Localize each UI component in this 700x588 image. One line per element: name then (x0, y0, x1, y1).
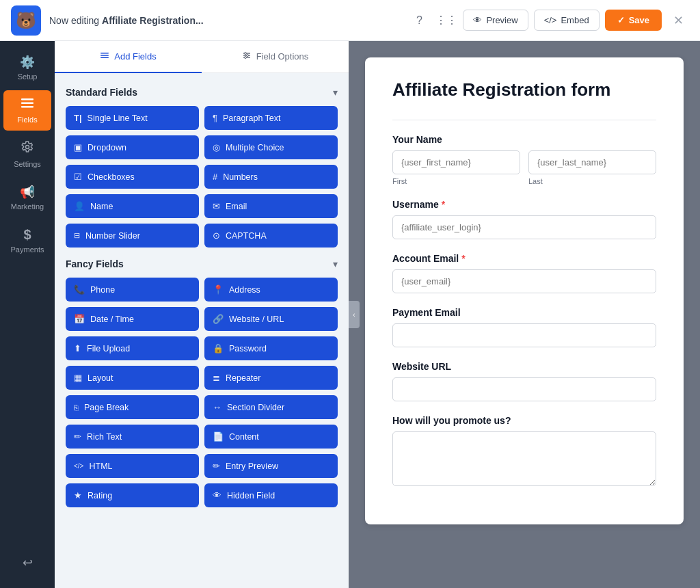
single-line-text-icon: T| (74, 113, 82, 123)
field-btn-repeater[interactable]: ≣ Repeater (204, 366, 338, 390)
how-promote-textarea[interactable] (392, 431, 656, 486)
field-btn-single-line-text[interactable]: T| Single Line Text (66, 106, 199, 130)
app-logo: 🐻 (11, 5, 41, 36)
last-name-input[interactable] (528, 150, 656, 174)
field-btn-phone[interactable]: 📞 Phone (66, 278, 199, 302)
panel-tabs: Add Fields Field Options (55, 41, 349, 73)
settings-icon (21, 140, 34, 157)
svg-rect-5 (100, 55, 109, 56)
field-btn-entry-preview[interactable]: ✏ Entry Preview (204, 454, 338, 478)
field-btn-content[interactable]: 📄 Content (204, 425, 338, 449)
sidebar-item-marketing[interactable]: 📢 Marketing (3, 178, 51, 217)
svg-rect-4 (100, 53, 109, 54)
layout-icon: ▦ (74, 373, 82, 383)
required-indicator: * (442, 199, 445, 210)
sidebar-item-setup[interactable]: ⚙️ Setup (3, 48, 51, 88)
eye-icon: 👁 (473, 15, 482, 25)
embed-button[interactable]: </> Embed (534, 10, 600, 31)
website-url-input[interactable] (392, 377, 656, 401)
field-btn-multiple-choice[interactable]: ◎ Multiple Choice (204, 135, 338, 159)
svg-rect-0 (21, 98, 33, 101)
field-btn-rich-text[interactable]: ✏ Rich Text (66, 425, 199, 449)
field-btn-hidden-field[interactable]: 👁 Hidden Field (204, 483, 338, 507)
topbar: 🐻 Now editing Affiliate Registration... … (0, 0, 700, 41)
repeater-icon: ≣ (213, 373, 220, 383)
field-btn-html[interactable]: </> HTML (66, 454, 199, 478)
content-icon: 📄 (213, 431, 224, 442)
form-area[interactable]: ‹ Affiliate Registration form Your Name … (349, 41, 700, 588)
fields-icon (21, 97, 34, 113)
fancy-fields-toggle[interactable]: ▾ (333, 258, 338, 269)
fields-scroll[interactable]: Standard Fields ▾ T| Single Line Text ¶ … (55, 73, 349, 588)
field-btn-email[interactable]: ✉ Email (204, 194, 338, 218)
number-slider-icon: ⊟ (74, 231, 80, 240)
sidebar-item-fields[interactable]: Fields (3, 90, 51, 131)
rating-icon: ★ (74, 490, 82, 500)
username-input[interactable] (392, 215, 656, 239)
marketing-icon: 📢 (20, 185, 35, 200)
multiple-choice-icon: ◎ (213, 142, 220, 152)
grid-button[interactable]: ⋮⋮ (435, 10, 457, 31)
close-button[interactable]: ✕ (667, 10, 689, 31)
required-indicator: * (461, 253, 465, 264)
editing-title: Now editing Affiliate Registration... (49, 15, 400, 26)
sidebar-item-label: Setup (18, 72, 38, 81)
field-btn-name[interactable]: 👤 Name (66, 194, 199, 218)
account-email-input[interactable] (392, 269, 656, 293)
save-button[interactable]: ✓ Save (605, 10, 662, 31)
field-label: Content (229, 432, 259, 442)
dropdown-icon: ▣ (74, 142, 82, 152)
fields-panel: Add Fields Field Options (55, 41, 349, 588)
standard-fields-toggle[interactable]: ▾ (333, 87, 338, 98)
field-btn-paragraph-text[interactable]: ¶ Paragraph Text (204, 106, 338, 130)
undo-button[interactable]: ↩ (3, 548, 51, 577)
field-options-icon (242, 51, 252, 62)
collapse-handle[interactable]: ‹ (349, 301, 360, 328)
sidebar-item-settings[interactable]: Settings (3, 133, 51, 175)
field-label-your-name: Your Name (392, 134, 656, 145)
hidden-field-icon: 👁 (213, 490, 221, 500)
field-label: Password (229, 344, 267, 353)
field-btn-number-slider[interactable]: ⊟ Number Slider (66, 224, 199, 248)
captcha-icon: ⊙ (213, 230, 220, 241)
field-btn-layout[interactable]: ▦ Layout (66, 366, 199, 390)
sidebar-item-payments[interactable]: $ Payments (3, 220, 51, 260)
sidebar-item-label: Marketing (11, 202, 44, 211)
field-label: Repeater (226, 373, 260, 383)
preview-button[interactable]: 👁 Preview (463, 10, 528, 31)
field-label: CAPTCHA (226, 231, 267, 241)
help-button[interactable]: ? (408, 10, 430, 31)
field-btn-numbers[interactable]: # Numbers (204, 165, 338, 189)
tab-field-options[interactable]: Field Options (202, 41, 349, 73)
field-label: Entry Preview (226, 462, 278, 471)
field-payment-email: Payment Email (392, 307, 656, 347)
field-label-payment-email: Payment Email (392, 307, 656, 318)
field-btn-rating[interactable]: ★ Rating (66, 483, 199, 507)
password-icon: 🔒 (213, 343, 224, 353)
rich-text-icon: ✏ (74, 431, 81, 442)
field-btn-file-upload[interactable]: ⬆ File Upload (66, 336, 199, 360)
field-label: Date / Time (90, 315, 134, 324)
field-label: File Upload (87, 344, 130, 353)
field-label: Page Break (84, 403, 129, 412)
field-btn-captcha[interactable]: ⊙ CAPTCHA (204, 224, 338, 248)
field-label-website-url: Website URL (392, 361, 656, 372)
field-btn-address[interactable]: 📍 Address (204, 278, 338, 302)
payment-email-input[interactable] (392, 323, 656, 347)
tab-add-fields[interactable]: Add Fields (55, 41, 202, 73)
field-btn-date-time[interactable]: 📅 Date / Time (66, 307, 199, 331)
address-icon: 📍 (213, 284, 224, 295)
main-layout: ⚙️ Setup Fields Settings 📢 (0, 41, 700, 588)
field-btn-checkboxes[interactable]: ☑ Checkboxes (66, 165, 199, 189)
fancy-fields-title: Fancy Fields (66, 258, 124, 269)
field-btn-website-url[interactable]: 🔗 Website / URL (204, 307, 338, 331)
standard-fields-section-header: Standard Fields ▾ (66, 87, 338, 98)
field-btn-dropdown[interactable]: ▣ Dropdown (66, 135, 199, 159)
html-icon: </> (74, 462, 83, 470)
field-label: Name (90, 202, 113, 211)
field-btn-password[interactable]: 🔒 Password (204, 336, 338, 360)
field-btn-section-divider[interactable]: ↔ Section Divider (204, 395, 338, 419)
topbar-actions: ? ⋮⋮ 👁 Preview </> Embed ✓ Save ✕ (408, 10, 689, 31)
first-name-input[interactable] (392, 150, 520, 174)
field-btn-page-break[interactable]: ⎘ Page Break (66, 395, 199, 419)
